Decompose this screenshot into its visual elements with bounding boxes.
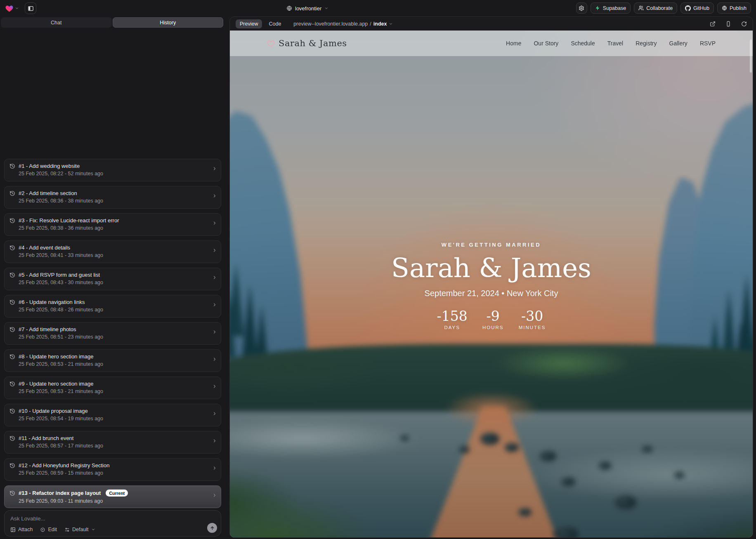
history-item-title: #5 - Add RSVP form and guest list [19,272,100,278]
lovable-heart-icon [5,4,14,13]
history-item[interactable]: #2 - Add timeline section25 Feb 2025, 08… [4,186,221,209]
history-icon [9,191,15,196]
mode-selector[interactable]: Default [64,527,95,532]
history-item-timestamp: 25 Feb 2025, 08:43 - 30 minutes ago [19,280,208,285]
nav-link-rsvp[interactable]: RSVP [700,40,716,47]
project-selector[interactable]: lovefrontier [286,0,328,16]
site-logo-text: Sarah & James [279,38,347,48]
sidebar-tabs: Chat History [1,17,223,28]
history-icon [9,272,15,278]
edit-button[interactable]: Edit [40,527,57,532]
chevron-right-icon [212,466,217,471]
chevron-down-icon [15,6,19,10]
site-preview: Sarah & James HomeOur StoryScheduleTrave… [230,31,753,537]
github-label: GitHub [693,5,709,11]
history-icon [9,245,15,251]
refresh-icon [741,21,747,27]
hero-eyebrow: WE'RE GETTING MARRIED [230,242,753,248]
ask-actions: Attach Edit Default [10,527,95,532]
history-item-timestamp: 25 Feb 2025, 08:36 - 38 minutes ago [19,198,208,204]
open-in-new-tab-button[interactable] [710,21,716,27]
history-item[interactable]: #11 - Add brunch event25 Feb 2025, 08:57… [4,431,221,454]
history-icon [9,218,15,224]
chevron-down-icon [324,6,328,10]
image-icon [10,527,16,532]
users-icon [638,5,644,11]
github-button[interactable]: GitHub [680,2,714,14]
nav-link-travel[interactable]: Travel [607,40,623,47]
publish-button[interactable]: Publish [717,2,751,14]
history-item[interactable]: #9 - Update hero section image25 Feb 202… [4,377,221,399]
history-item[interactable]: #1 - Add wedding website25 Feb 2025, 08:… [4,159,221,181]
nav-link-gallery[interactable]: Gallery [669,40,687,47]
tab-code[interactable]: Code [269,21,281,27]
preview-url[interactable]: preview--lovefrontier.lovable.app / inde… [293,21,393,27]
publish-label: Publish [730,5,747,11]
chevron-right-icon [212,302,217,307]
tab-preview[interactable]: Preview [236,19,262,28]
nav-link-schedule[interactable]: Schedule [571,40,595,47]
site-header: Sarah & James HomeOur StoryScheduleTrave… [230,31,753,56]
history-item-title: #1 - Add wedding website [19,163,80,169]
history-item[interactable]: #12 - Add Honeyfund Registry Section25 F… [4,458,221,481]
history-item[interactable]: #7 - Add timeline photos25 Feb 2025, 08:… [4,322,221,345]
mode-label: Default [72,527,89,532]
preview-panel: Preview Code preview--lovefrontier.lovab… [229,16,753,538]
history-item[interactable]: #3 - Fix: Resolve Lucide-react import er… [4,213,221,236]
history-item[interactable]: #4 - Add event details25 Feb 2025, 08:41… [4,240,221,263]
attach-button[interactable]: Attach [10,527,33,532]
history-item[interactable]: #13 - Refactor index page layoutCurrent2… [4,485,221,508]
send-button[interactable] [207,523,217,533]
sidebar: Chat History #1 - Add wedding website25 … [0,16,225,539]
history-item-title: #12 - Add Honeyfund Registry Section [19,462,109,468]
nav-link-our-story[interactable]: Our Story [534,40,558,47]
history-icon [9,463,15,468]
history-item-title: #6 - Update navigation links [19,299,85,305]
chevron-right-icon [212,166,217,171]
history-item[interactable]: #8 - Update hero section image25 Feb 202… [4,349,221,372]
mobile-view-button[interactable] [725,21,731,27]
ask-lovable-input[interactable] [10,515,188,522]
settings-button[interactable] [576,2,587,14]
tab-chat[interactable]: Chat [1,17,112,28]
nav-link-registry[interactable]: Registry [636,40,657,47]
collaborate-button[interactable]: Collaborate [634,2,677,14]
countdown-value: -9 [480,308,506,324]
history-item-timestamp: 25 Feb 2025, 08:53 - 21 minutes ago [19,388,208,394]
chevron-right-icon [212,357,217,362]
history-item-title: #10 - Update proposal image [19,408,88,414]
chevron-down-icon [91,527,95,532]
history-item-title: #2 - Add timeline section [19,190,77,196]
preview-url-separator: / [370,21,371,27]
chevron-right-icon [212,493,217,498]
chevron-right-icon [212,275,217,280]
history-item-title: #8 - Update hero section image [19,353,93,360]
history-item-timestamp: 25 Feb 2025, 08:57 - 17 minutes ago [19,443,208,449]
preview-url-page: index [373,21,387,27]
history-item-timestamp: 25 Feb 2025, 08:41 - 33 minutes ago [19,252,208,258]
tab-history[interactable]: History [113,17,224,28]
refresh-button[interactable] [741,21,747,27]
history-item-title: #7 - Add timeline photos [19,326,76,332]
history-item[interactable]: #6 - Update navigation links25 Feb 2025,… [4,295,221,318]
chevron-right-icon [212,411,217,416]
supabase-button[interactable]: Supabase [591,2,631,14]
history-item[interactable]: #10 - Update proposal image25 Feb 2025, … [4,404,221,426]
gear-icon [579,5,584,11]
history-item-title: #3 - Fix: Resolve Lucide-react import er… [19,217,119,224]
history-icon [9,408,15,414]
history-item-timestamp: 25 Feb 2025, 08:38 - 36 minutes ago [19,225,208,231]
preview-scrollbar[interactable] [750,40,752,73]
site-logo[interactable]: Sarah & James [267,38,347,48]
lovable-logo-menu[interactable] [5,4,19,13]
history-item[interactable]: #5 - Add RSVP form and guest list25 Feb … [4,268,221,290]
history-icon [9,490,15,496]
nav-link-home[interactable]: Home [506,40,521,47]
toggle-sidebar-button[interactable] [25,2,36,14]
countdown: -158DAYS-9HOURS-30MINUTES [230,308,753,330]
app-window: lovefrontier Supabase Collaborate GitHub… [0,0,756,539]
ask-lovable-box: Attach Edit Default [4,510,221,537]
history-item-timestamp: 25 Feb 2025, 08:54 - 19 minutes ago [19,416,208,421]
chevron-right-icon [212,221,217,226]
history-icon [9,327,15,332]
